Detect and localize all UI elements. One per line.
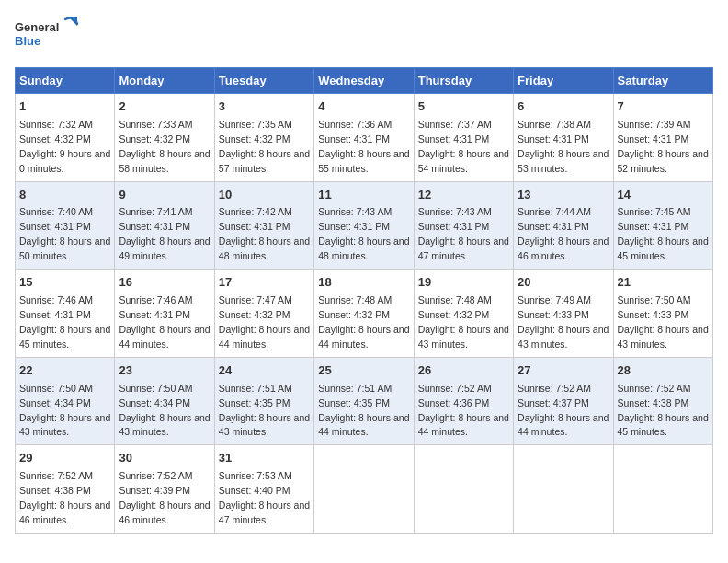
calendar-cell: 30 Sunrise: 7:52 AM Sunset: 4:39 PM Dayl… xyxy=(115,445,214,534)
calendar-cell: 8 Sunrise: 7:40 AM Sunset: 4:31 PM Dayli… xyxy=(16,181,115,270)
daylight-text: Daylight: 8 hours and 46 minutes. xyxy=(518,236,609,261)
sunrise-text: Sunrise: 7:33 AM xyxy=(119,119,192,130)
day-number: 5 xyxy=(418,98,509,116)
sunset-text: Sunset: 4:32 PM xyxy=(19,133,91,144)
daylight-text: Daylight: 8 hours and 44 minutes. xyxy=(518,412,609,438)
sunset-text: Sunset: 4:35 PM xyxy=(318,397,390,408)
day-number: 13 xyxy=(518,187,609,204)
calendar-cell: 21 Sunrise: 7:50 AM Sunset: 4:33 PM Dayl… xyxy=(613,270,712,358)
sunrise-text: Sunrise: 7:50 AM xyxy=(19,383,93,394)
daylight-text: Daylight: 8 hours and 44 minutes. xyxy=(119,324,210,350)
sunrise-text: Sunrise: 7:49 AM xyxy=(518,294,591,305)
sunrise-text: Sunrise: 7:45 AM xyxy=(618,206,691,217)
sunrise-text: Sunrise: 7:36 AM xyxy=(318,119,392,130)
sunset-text: Sunset: 4:33 PM xyxy=(618,309,689,320)
header-day-monday: Monday xyxy=(115,68,214,94)
calendar-cell: 22 Sunrise: 7:50 AM Sunset: 4:34 PM Dayl… xyxy=(16,357,115,445)
week-row-2: 8 Sunrise: 7:40 AM Sunset: 4:31 PM Dayli… xyxy=(16,181,713,270)
calendar-cell: 29 Sunrise: 7:52 AM Sunset: 4:38 PM Dayl… xyxy=(16,445,115,534)
day-number: 25 xyxy=(318,362,409,380)
day-number: 26 xyxy=(418,362,509,380)
sunset-text: Sunset: 4:34 PM xyxy=(119,397,190,408)
sunset-text: Sunset: 4:31 PM xyxy=(418,221,490,232)
header-day-wednesday: Wednesday xyxy=(314,68,414,94)
daylight-text: Daylight: 8 hours and 53 minutes. xyxy=(518,148,609,174)
calendar-cell: 2 Sunrise: 7:33 AM Sunset: 4:32 PM Dayli… xyxy=(115,94,214,182)
day-number: 29 xyxy=(19,450,110,467)
week-row-3: 15 Sunrise: 7:46 AM Sunset: 4:31 PM Dayl… xyxy=(16,270,713,358)
calendar-cell: 13 Sunrise: 7:44 AM Sunset: 4:31 PM Dayl… xyxy=(514,181,613,270)
sunrise-text: Sunrise: 7:50 AM xyxy=(119,383,192,394)
daylight-text: Daylight: 8 hours and 43 minutes. xyxy=(618,324,709,350)
calendar-cell: 20 Sunrise: 7:49 AM Sunset: 4:33 PM Dayl… xyxy=(514,270,613,358)
day-number: 12 xyxy=(418,187,509,204)
day-number: 23 xyxy=(119,362,210,380)
calendar-cell: 10 Sunrise: 7:42 AM Sunset: 4:31 PM Dayl… xyxy=(214,181,313,270)
sunrise-text: Sunrise: 7:43 AM xyxy=(418,206,492,217)
sunrise-text: Sunrise: 7:32 AM xyxy=(19,119,93,130)
calendar-cell: 9 Sunrise: 7:41 AM Sunset: 4:31 PM Dayli… xyxy=(115,181,214,270)
day-number: 18 xyxy=(318,274,409,292)
day-number: 22 xyxy=(19,362,110,380)
header-day-tuesday: Tuesday xyxy=(214,68,313,94)
calendar-cell: 15 Sunrise: 7:46 AM Sunset: 4:31 PM Dayl… xyxy=(16,270,115,358)
daylight-text: Daylight: 8 hours and 45 minutes. xyxy=(19,324,110,350)
sunset-text: Sunset: 4:31 PM xyxy=(318,133,390,144)
daylight-text: Daylight: 8 hours and 55 minutes. xyxy=(318,148,409,174)
svg-text:General: General xyxy=(15,20,59,34)
header-day-friday: Friday xyxy=(514,68,613,94)
header: General Blue xyxy=(15,15,713,56)
day-number: 15 xyxy=(19,274,110,292)
sunrise-text: Sunrise: 7:44 AM xyxy=(518,206,591,217)
sunset-text: Sunset: 4:31 PM xyxy=(618,221,689,232)
calendar-cell: 23 Sunrise: 7:50 AM Sunset: 4:34 PM Dayl… xyxy=(115,357,214,445)
daylight-text: Daylight: 8 hours and 44 minutes. xyxy=(219,324,310,350)
day-number: 3 xyxy=(219,98,310,116)
daylight-text: Daylight: 8 hours and 50 minutes. xyxy=(19,236,110,261)
day-number: 28 xyxy=(618,362,709,380)
sunset-text: Sunset: 4:36 PM xyxy=(418,397,490,408)
calendar-cell: 16 Sunrise: 7:46 AM Sunset: 4:31 PM Dayl… xyxy=(115,270,214,358)
sunrise-text: Sunrise: 7:46 AM xyxy=(119,294,192,305)
calendar-table: SundayMondayTuesdayWednesdayThursdayFrid… xyxy=(15,67,713,534)
daylight-text: Daylight: 8 hours and 43 minutes. xyxy=(418,324,509,350)
week-row-5: 29 Sunrise: 7:52 AM Sunset: 4:38 PM Dayl… xyxy=(16,445,713,534)
sunrise-text: Sunrise: 7:50 AM xyxy=(618,294,691,305)
header-day-thursday: Thursday xyxy=(414,68,513,94)
calendar-cell xyxy=(414,445,513,534)
calendar-cell: 28 Sunrise: 7:52 AM Sunset: 4:38 PM Dayl… xyxy=(613,357,712,445)
sunset-text: Sunset: 4:31 PM xyxy=(618,133,689,144)
daylight-text: Daylight: 8 hours and 43 minutes. xyxy=(19,412,110,438)
sunset-text: Sunset: 4:31 PM xyxy=(418,133,490,144)
sunrise-text: Sunrise: 7:51 AM xyxy=(318,383,392,394)
daylight-text: Daylight: 8 hours and 49 minutes. xyxy=(119,236,210,261)
day-number: 21 xyxy=(618,274,709,292)
sunrise-text: Sunrise: 7:37 AM xyxy=(418,119,492,130)
sunrise-text: Sunrise: 7:52 AM xyxy=(618,383,691,394)
calendar-cell: 3 Sunrise: 7:35 AM Sunset: 4:32 PM Dayli… xyxy=(214,94,313,182)
daylight-text: Daylight: 8 hours and 46 minutes. xyxy=(119,500,210,525)
sunrise-text: Sunrise: 7:41 AM xyxy=(119,206,192,217)
daylight-text: Daylight: 8 hours and 54 minutes. xyxy=(418,148,509,174)
daylight-text: Daylight: 8 hours and 47 minutes. xyxy=(418,236,509,261)
sunset-text: Sunset: 4:33 PM xyxy=(518,309,589,320)
calendar-cell: 1 Sunrise: 7:32 AM Sunset: 4:32 PM Dayli… xyxy=(16,94,115,182)
day-number: 14 xyxy=(618,187,709,204)
sunset-text: Sunset: 4:31 PM xyxy=(518,133,589,144)
sunset-text: Sunset: 4:31 PM xyxy=(318,221,390,232)
daylight-text: Daylight: 8 hours and 43 minutes. xyxy=(518,324,609,350)
calendar-cell: 7 Sunrise: 7:39 AM Sunset: 4:31 PM Dayli… xyxy=(613,94,712,182)
sunset-text: Sunset: 4:32 PM xyxy=(119,133,190,144)
sunset-text: Sunset: 4:32 PM xyxy=(219,133,290,144)
sunrise-text: Sunrise: 7:52 AM xyxy=(119,470,192,481)
week-row-4: 22 Sunrise: 7:50 AM Sunset: 4:34 PM Dayl… xyxy=(16,357,713,445)
daylight-text: Daylight: 8 hours and 44 minutes. xyxy=(418,412,509,438)
sunset-text: Sunset: 4:38 PM xyxy=(19,485,91,496)
sunset-text: Sunset: 4:31 PM xyxy=(518,221,589,232)
daylight-text: Daylight: 8 hours and 43 minutes. xyxy=(219,412,310,438)
sunrise-text: Sunrise: 7:46 AM xyxy=(19,294,93,305)
sunrise-text: Sunrise: 7:53 AM xyxy=(219,470,292,481)
calendar-cell: 18 Sunrise: 7:48 AM Sunset: 4:32 PM Dayl… xyxy=(314,270,414,358)
day-number: 31 xyxy=(219,450,310,467)
header-row: SundayMondayTuesdayWednesdayThursdayFrid… xyxy=(16,68,713,94)
